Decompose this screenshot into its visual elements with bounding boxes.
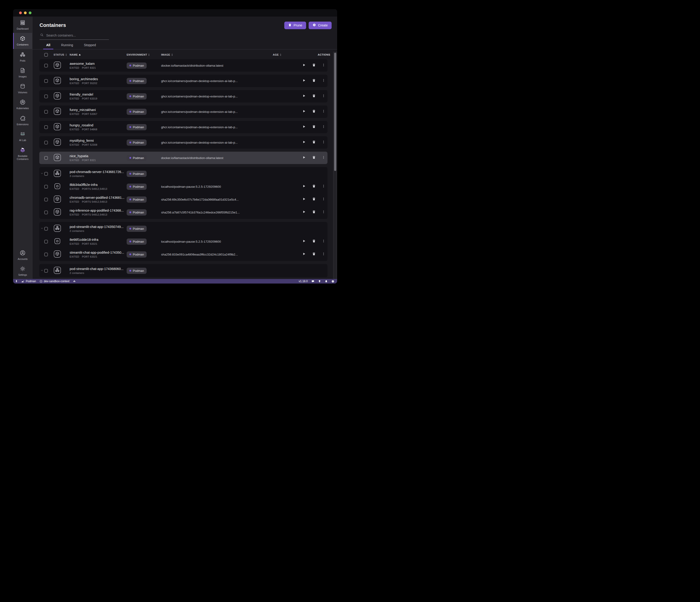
pod-header-row[interactable]: pod-chromadb-server-1743681726... 3 cont… [39, 167, 327, 180]
select-all-checkbox[interactable] [44, 53, 48, 56]
delete-container-button[interactable] [312, 109, 316, 114]
row-checkbox[interactable] [44, 269, 48, 273]
create-button[interactable]: Create [309, 22, 332, 29]
more-actions-button[interactable] [322, 197, 325, 201]
bell-icon[interactable] [325, 280, 328, 283]
column-header-environment[interactable]: ENVIRONMENT [127, 53, 161, 56]
more-actions-button[interactable] [322, 141, 325, 145]
start-container-button[interactable] [302, 109, 306, 114]
delete-container-button[interactable] [312, 197, 316, 202]
row-checkbox[interactable] [44, 110, 48, 114]
row-checkbox[interactable] [44, 64, 48, 67]
podman-provider-status[interactable]: Podman [21, 280, 36, 283]
row-checkbox[interactable] [44, 211, 48, 214]
more-actions-button[interactable] [322, 184, 325, 189]
expand-collapse-chevron-icon[interactable] [41, 172, 44, 176]
more-actions-button[interactable] [322, 156, 325, 160]
row-checkbox[interactable] [44, 141, 48, 144]
table-row[interactable]: funny_mirzakhani EXITEDPORT 53367 Podman… [39, 105, 327, 118]
kubernetes-context[interactable]: dev-sandbox-context [40, 280, 69, 283]
row-checkbox[interactable] [44, 172, 48, 176]
expand-collapse-chevron-icon[interactable] [41, 269, 44, 273]
pin-icon[interactable] [15, 280, 18, 283]
redhat-icon[interactable] [73, 280, 76, 283]
delete-container-button[interactable] [312, 79, 316, 83]
start-container-button[interactable] [302, 155, 306, 160]
sidebar-item-accounts[interactable]: Accounts [13, 247, 32, 263]
prune-button[interactable]: Prune [284, 22, 306, 29]
pod-child-row[interactable]: chromadb-server-podified-1743681... EXIT… [39, 193, 327, 206]
table-row[interactable]: hungry_rosalind EXITEDPORT 54868 Podman … [39, 121, 327, 133]
column-header-name[interactable]: NAME [70, 53, 127, 56]
row-checkbox[interactable] [44, 79, 48, 83]
start-container-button[interactable] [302, 197, 306, 202]
close-window-button[interactable] [19, 11, 22, 14]
sidebar-item-settings[interactable]: Settings [13, 263, 32, 279]
sidebar-item-images[interactable]: Images [13, 65, 32, 81]
start-container-button[interactable] [302, 94, 306, 99]
row-checkbox[interactable] [44, 240, 48, 243]
row-checkbox[interactable] [44, 95, 48, 98]
sidebar-item-dashboard[interactable]: Dashboard [13, 17, 32, 33]
pod-child-row[interactable]: 8bb34a0ffb2e-infra EXITEDPORTS 54912,549… [39, 180, 327, 193]
pod-child-row[interactable]: streamlit-chat-app-podified-174350... EX… [39, 248, 327, 261]
row-checkbox[interactable] [44, 125, 48, 129]
delete-container-button[interactable] [312, 140, 316, 145]
column-header-status[interactable]: STATUS [53, 53, 67, 56]
tab-stopped[interactable]: Stopped [84, 43, 96, 49]
expand-collapse-chevron-icon[interactable] [41, 227, 44, 231]
more-actions-button[interactable] [322, 252, 325, 256]
delete-container-button[interactable] [312, 210, 316, 215]
vertical-scrollbar[interactable] [333, 52, 337, 279]
sidebar-item-extensions[interactable]: Extensions [13, 112, 32, 128]
sidebar-item-ai-lab[interactable]: AI Lab [13, 128, 32, 144]
delete-container-button[interactable] [312, 155, 316, 160]
delete-container-button[interactable] [312, 252, 316, 257]
more-actions-button[interactable] [322, 109, 325, 114]
start-container-button[interactable] [302, 184, 306, 189]
more-actions-button[interactable] [322, 94, 325, 98]
table-row[interactable]: nice_hypatia EXITEDPORT 8321 Podman dock… [39, 152, 327, 164]
sidebar-item-containers[interactable]: Containers [13, 33, 32, 49]
more-actions-button[interactable] [322, 240, 325, 244]
more-actions-button[interactable] [322, 125, 325, 129]
sidebar-item-kubernetes[interactable]: Kubernetes [13, 97, 32, 112]
start-container-button[interactable] [302, 63, 306, 68]
row-checkbox[interactable] [44, 185, 48, 189]
maximize-window-button[interactable] [29, 11, 31, 14]
start-container-button[interactable] [302, 140, 306, 145]
sidebar-item-volumes[interactable]: Volumes [13, 81, 32, 97]
delete-container-button[interactable] [312, 125, 316, 129]
table-row[interactable]: awesome_kalam EXITEDPORT 8321 Podman doc… [39, 59, 327, 72]
more-actions-button[interactable] [322, 79, 325, 83]
more-actions-button[interactable] [322, 210, 325, 215]
pod-child-row[interactable]: 8e66f1cdde18-infra EXITEDPORT 63321 Podm… [39, 235, 327, 248]
delete-container-button[interactable] [312, 239, 316, 244]
delete-container-button[interactable] [312, 184, 316, 189]
row-checkbox[interactable] [44, 227, 48, 230]
table-row[interactable]: boring_archimedes EXITEDPORT 55202 Podma… [39, 75, 327, 87]
tab-running[interactable]: Running [61, 43, 73, 49]
start-container-button[interactable] [302, 210, 306, 215]
help-icon[interactable]: ? [331, 280, 334, 283]
search-field[interactable] [40, 32, 109, 40]
start-container-button[interactable] [302, 239, 306, 244]
start-container-button[interactable] [302, 125, 306, 129]
chat-icon[interactable] [311, 280, 315, 283]
delete-container-button[interactable] [312, 63, 316, 68]
table-row[interactable]: mystifying_fermi EXITEDPORT 52308 Podman… [39, 136, 327, 149]
delete-container-button[interactable] [312, 94, 316, 99]
start-container-button[interactable] [302, 79, 306, 83]
sidebar-item-bootable-containers[interactable]: Bootable Containers [13, 144, 32, 163]
pod-header-row[interactable]: pod-streamlit-chat-app-174350749... 2 co… [39, 222, 327, 235]
pod-header-row[interactable]: pod-streamlit-chat-app-174368060... 2 co… [39, 264, 327, 277]
scrollbar-thumb[interactable] [334, 53, 336, 171]
more-actions-button[interactable] [322, 64, 325, 68]
lightbulb-icon[interactable] [318, 280, 321, 283]
table-row[interactable]: friendly_mendel EXITEDPORT 63319 Podman … [39, 90, 327, 102]
start-container-button[interactable] [302, 252, 306, 257]
column-header-image[interactable]: IMAGE [161, 53, 273, 56]
sidebar-item-pods[interactable]: Pods [13, 49, 32, 65]
row-checkbox[interactable] [44, 253, 48, 256]
search-input[interactable] [46, 33, 108, 37]
